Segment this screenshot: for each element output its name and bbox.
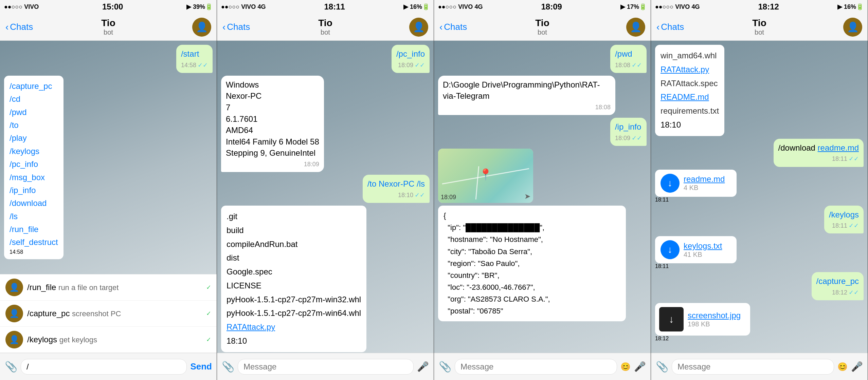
- avatar-4[interactable]: 👤: [843, 18, 862, 37]
- mic-icon-2[interactable]: 🎤: [417, 361, 429, 372]
- chevron-left-icon-3: ‹: [439, 22, 442, 33]
- avatar-2[interactable]: 👤: [409, 18, 428, 37]
- pcinfo-line: Stepping 9, GenuineIntel: [226, 147, 319, 159]
- list-time: ✓: [206, 336, 211, 343]
- back-label-1[interactable]: Chats: [10, 22, 33, 32]
- screenshot-info: screenshot.jpg 198 KB: [688, 311, 741, 328]
- screenshot-bubble: ↓ screenshot.jpg 198 KB: [655, 303, 750, 336]
- status-icons-3: ▶ 17%🔋: [620, 3, 647, 11]
- file-item: pyHook-1.5.1-cp27-cp27m-win32.whl: [227, 293, 361, 307]
- pcinfo-line: Nexor-PC: [226, 90, 319, 102]
- cmd-item: /cd: [10, 93, 58, 106]
- download-icon-keylogs[interactable]: ↓: [661, 240, 680, 259]
- download-filename[interactable]: readme.md: [684, 174, 725, 184]
- download-filename-keylogs[interactable]: keylogs.txt: [684, 241, 722, 251]
- list-item-capture_pc[interactable]: 👤 /capture_pc screenshot PC ✓: [0, 301, 217, 327]
- attach-icon-2[interactable]: 📎: [222, 361, 234, 373]
- list-item-keylogs[interactable]: 👤 /keylogs get keylogs ✓: [0, 327, 217, 353]
- file-item-link[interactable]: README.md: [661, 90, 719, 104]
- ts-pcinfo-resp: 18:09: [226, 160, 319, 169]
- checks: ✓✓: [849, 155, 859, 163]
- ts-ls-resp: 18:10: [227, 334, 361, 348]
- message-input-1[interactable]: [21, 359, 187, 375]
- json-line: "org": "AS28573 CLARO S.A.",: [444, 293, 620, 305]
- map-forward-icon[interactable]: ➤: [524, 192, 530, 201]
- cmd-item: /capture_pc: [10, 80, 58, 93]
- time-4: 18:12: [758, 2, 779, 12]
- nav-bar-2: ‹ Chats Tio bot 👤: [217, 14, 434, 41]
- back-button-4[interactable]: ‹ Chats: [656, 22, 684, 33]
- ts-keylogs-dl: 18:11: [655, 263, 737, 269]
- messages-2: /pc_info 18:09 ✓✓ Windows Nexor-PC 7 6.1…: [217, 41, 434, 353]
- screenshot-filename[interactable]: screenshot.jpg: [688, 311, 741, 320]
- message-input-3[interactable]: [455, 359, 617, 375]
- mic-icon-4[interactable]: 🎤: [851, 361, 863, 372]
- msg-screenshot-download: ↓ screenshot.jpg 198 KB 18:12: [655, 303, 750, 342]
- msg-pwd-response: D:\Google Drive\Programming\Python\RAT-v…: [438, 76, 615, 115]
- back-label-2[interactable]: Chats: [227, 22, 250, 32]
- emoji-icon-4[interactable]: 😊: [837, 362, 848, 372]
- msg-download-readme: /download readme.md 18:11 ✓✓: [774, 139, 864, 167]
- list-time: ✓: [206, 310, 211, 317]
- attach-icon-3[interactable]: 📎: [439, 361, 451, 373]
- file-item: RATAttack.spec: [661, 77, 719, 91]
- cmd-item: /pc_info: [10, 158, 58, 171]
- messages-3: /pwd 18:08 ✓✓ D:\Google Drive\Programmin…: [434, 41, 651, 325]
- msg-json-info: { "ip": "██████████████", "hostname": "N…: [438, 206, 626, 321]
- file-item: requirements.txt: [661, 104, 719, 118]
- back-label-3[interactable]: Chats: [444, 22, 467, 32]
- nav-title-3: Tio bot: [535, 18, 549, 36]
- send-button-1[interactable]: Send: [190, 361, 212, 372]
- back-button-2[interactable]: ‹ Chats: [222, 22, 250, 33]
- file-item: compileAndRun.bat: [227, 238, 361, 251]
- ts-ip_info: 18:09 ✓✓: [615, 134, 642, 142]
- cmd-item: /self_destruct: [10, 236, 58, 249]
- back-button-3[interactable]: ‹ Chats: [439, 22, 467, 33]
- pcinfo-line: Intel64 Family 6 Model 58: [226, 136, 319, 148]
- panel-2: ●●○○○ VIVO 4G 18:11 ▶ 16%🔋 ‹ Chats Tio b…: [217, 0, 434, 380]
- download-bubble-keylogs: ↓ keylogs.txt 41 KB: [655, 236, 737, 263]
- status-icons-4: ▶ 16%🔋: [837, 3, 864, 11]
- contact-name-4: Tio: [752, 18, 766, 28]
- contact-subtitle-4: bot: [752, 28, 766, 36]
- contact-subtitle-2: bot: [318, 28, 332, 36]
- nav-title-1: Tio bot: [101, 18, 115, 36]
- status-icons-2: ▶ 16%🔋: [403, 3, 430, 11]
- attach-icon-1[interactable]: 📎: [5, 361, 17, 373]
- status-bar-3: ●●○○○ VIVO 4G 18:09 ▶ 17%🔋: [434, 0, 651, 14]
- msg-keylogs-download: ↓ keylogs.txt 41 KB 18:11: [655, 236, 737, 269]
- file-item: LICENSE: [227, 279, 361, 293]
- cmd-pc_info: /pc_info: [396, 49, 425, 58]
- ts-keylogs: 18:11 ✓✓: [829, 222, 859, 230]
- contact-subtitle-1: bot: [101, 28, 115, 36]
- message-input-2[interactable]: [238, 359, 414, 375]
- msg-pcinfo-response: Windows Nexor-PC 7 6.1.7601 AMD64 Intel6…: [221, 76, 324, 172]
- message-input-4[interactable]: [672, 359, 834, 375]
- list-info: /capture_pc screenshot PC: [27, 309, 202, 318]
- file-item-link[interactable]: RATAttack.py: [661, 63, 719, 77]
- ts-ls: 18:10 ✓✓: [367, 191, 425, 200]
- map-inner: 📍 18:09 ➤: [438, 149, 533, 203]
- cmd-keylogs: /keylogs: [829, 210, 859, 219]
- msg-ls: /to Nexor-PC /ls 18:10 ✓✓: [363, 175, 430, 203]
- msg-pwd: /pwd 18:08 ✓✓: [610, 45, 647, 73]
- nav-bar-4: ‹ Chats Tio bot 👤: [651, 14, 868, 41]
- download-icon-readme[interactable]: ↓: [661, 174, 680, 193]
- avatar-1[interactable]: 👤: [192, 18, 211, 37]
- chevron-left-icon-2: ‹: [222, 22, 225, 33]
- emoji-icon-3[interactable]: 😊: [620, 362, 631, 372]
- back-label-4[interactable]: Chats: [661, 22, 684, 32]
- mic-icon-3[interactable]: 🎤: [634, 361, 646, 372]
- back-button-1[interactable]: ‹ Chats: [5, 22, 33, 33]
- screenshot-thumb[interactable]: ↓: [659, 307, 684, 331]
- carrier-1: ●●○○○ VIVO: [4, 3, 39, 11]
- list-item-run_file[interactable]: 👤 /run_file run a file on target ✓: [0, 274, 217, 301]
- json-line: "country": "BR",: [444, 269, 620, 281]
- list-name: /capture_pc screenshot PC: [27, 309, 202, 318]
- cmd-capture_pc: /capture_pc: [816, 277, 859, 286]
- time-3: 18:09: [541, 2, 562, 12]
- messages-1: /start 14:58 ✓✓ /capture_pc /cd /pwd /to…: [0, 41, 217, 263]
- attach-icon-4[interactable]: 📎: [656, 361, 668, 373]
- avatar-3[interactable]: 👤: [626, 18, 645, 37]
- ts-download-readme: 18:11 ✓✓: [778, 155, 859, 163]
